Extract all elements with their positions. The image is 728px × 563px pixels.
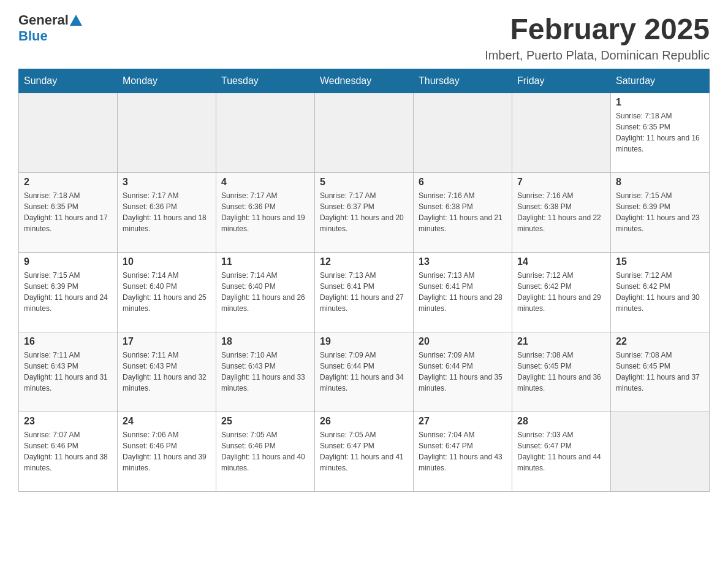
day-number: 10: [123, 256, 211, 267]
calendar-cell: 10Sunrise: 7:14 AMSunset: 6:40 PMDayligh…: [118, 253, 216, 332]
calendar-cell: 5Sunrise: 7:17 AMSunset: 6:37 PMDaylight…: [315, 173, 414, 253]
day-info: Sunrise: 7:16 AMSunset: 6:38 PMDaylight:…: [517, 190, 605, 234]
col-tuesday: Tuesday: [216, 69, 315, 93]
day-info: Sunrise: 7:14 AMSunset: 6:40 PMDaylight:…: [221, 270, 309, 314]
day-info: Sunrise: 7:09 AMSunset: 6:44 PMDaylight:…: [419, 350, 507, 394]
calendar-cell: 18Sunrise: 7:10 AMSunset: 6:43 PMDayligh…: [216, 332, 315, 412]
calendar-cell: 26Sunrise: 7:05 AMSunset: 6:47 PMDayligh…: [315, 412, 414, 492]
calendar-cell: [414, 93, 512, 173]
calendar-week-row: 9Sunrise: 7:15 AMSunset: 6:39 PMDaylight…: [19, 253, 710, 332]
day-number: 3: [123, 177, 211, 188]
day-number: 15: [616, 256, 704, 267]
col-thursday: Thursday: [414, 69, 512, 93]
day-info: Sunrise: 7:15 AMSunset: 6:39 PMDaylight:…: [24, 270, 112, 314]
calendar-cell: 1Sunrise: 7:18 AMSunset: 6:35 PMDaylight…: [611, 93, 710, 173]
calendar-cell: 2Sunrise: 7:18 AMSunset: 6:35 PMDaylight…: [19, 173, 118, 253]
day-number: 20: [419, 336, 507, 347]
month-title: February 2025: [485, 12, 710, 46]
calendar-cell: 8Sunrise: 7:15 AMSunset: 6:39 PMDaylight…: [611, 173, 710, 253]
location-title: Imbert, Puerto Plata, Dominican Republic: [485, 48, 710, 63]
logo-general-text: General: [18, 12, 69, 28]
day-number: 28: [517, 416, 605, 427]
calendar-cell: [611, 412, 710, 492]
day-number: 9: [24, 256, 112, 267]
day-info: Sunrise: 7:08 AMSunset: 6:45 PMDaylight:…: [616, 350, 704, 394]
day-info: Sunrise: 7:12 AMSunset: 6:42 PMDaylight:…: [517, 270, 605, 314]
calendar-cell: 20Sunrise: 7:09 AMSunset: 6:44 PMDayligh…: [414, 332, 512, 412]
calendar-week-row: 16Sunrise: 7:11 AMSunset: 6:43 PMDayligh…: [19, 332, 710, 412]
day-info: Sunrise: 7:13 AMSunset: 6:41 PMDaylight:…: [419, 270, 507, 314]
day-number: 1: [616, 97, 704, 108]
day-info: Sunrise: 7:14 AMSunset: 6:40 PMDaylight:…: [123, 270, 211, 314]
calendar-cell: 16Sunrise: 7:11 AMSunset: 6:43 PMDayligh…: [19, 332, 118, 412]
day-info: Sunrise: 7:17 AMSunset: 6:36 PMDaylight:…: [221, 190, 309, 234]
day-number: 13: [419, 256, 507, 267]
page-header: General Blue February 2025 Imbert, Puert…: [18, 12, 710, 63]
calendar-cell: 15Sunrise: 7:12 AMSunset: 6:42 PMDayligh…: [611, 253, 710, 332]
calendar-cell: 9Sunrise: 7:15 AMSunset: 6:39 PMDaylight…: [19, 253, 118, 332]
day-number: 19: [320, 336, 408, 347]
day-info: Sunrise: 7:17 AMSunset: 6:37 PMDaylight:…: [320, 190, 408, 234]
calendar-cell: 19Sunrise: 7:09 AMSunset: 6:44 PMDayligh…: [315, 332, 414, 412]
day-number: 18: [221, 336, 309, 347]
day-number: 2: [24, 177, 112, 188]
day-number: 12: [320, 256, 408, 267]
day-number: 8: [616, 177, 704, 188]
col-wednesday: Wednesday: [315, 69, 414, 93]
day-info: Sunrise: 7:11 AMSunset: 6:43 PMDaylight:…: [24, 350, 112, 394]
day-info: Sunrise: 7:16 AMSunset: 6:38 PMDaylight:…: [419, 190, 507, 234]
day-info: Sunrise: 7:18 AMSunset: 6:35 PMDaylight:…: [24, 190, 112, 234]
day-number: 23: [24, 416, 112, 427]
day-number: 22: [616, 336, 704, 347]
calendar-week-row: 23Sunrise: 7:07 AMSunset: 6:46 PMDayligh…: [19, 412, 710, 492]
day-info: Sunrise: 7:17 AMSunset: 6:36 PMDaylight:…: [123, 190, 211, 234]
day-number: 11: [221, 256, 309, 267]
calendar-cell: 17Sunrise: 7:11 AMSunset: 6:43 PMDayligh…: [118, 332, 216, 412]
calendar-week-row: 2Sunrise: 7:18 AMSunset: 6:35 PMDaylight…: [19, 173, 710, 253]
calendar-cell: 25Sunrise: 7:05 AMSunset: 6:46 PMDayligh…: [216, 412, 315, 492]
logo-triangle-icon: [70, 15, 82, 26]
day-number: 17: [123, 336, 211, 347]
day-number: 14: [517, 256, 605, 267]
calendar-cell: [216, 93, 315, 173]
day-number: 4: [221, 177, 309, 188]
calendar-cell: 14Sunrise: 7:12 AMSunset: 6:42 PMDayligh…: [512, 253, 611, 332]
day-number: 16: [24, 336, 112, 347]
day-info: Sunrise: 7:07 AMSunset: 6:46 PMDaylight:…: [24, 429, 112, 473]
col-monday: Monday: [118, 69, 216, 93]
col-saturday: Saturday: [611, 69, 710, 93]
calendar-week-row: 1Sunrise: 7:18 AMSunset: 6:35 PMDaylight…: [19, 93, 710, 173]
day-info: Sunrise: 7:08 AMSunset: 6:45 PMDaylight:…: [517, 350, 605, 394]
day-info: Sunrise: 7:15 AMSunset: 6:39 PMDaylight:…: [616, 190, 704, 234]
day-number: 6: [419, 177, 507, 188]
day-info: Sunrise: 7:05 AMSunset: 6:46 PMDaylight:…: [221, 429, 309, 473]
day-number: 7: [517, 177, 605, 188]
day-info: Sunrise: 7:03 AMSunset: 6:47 PMDaylight:…: [517, 429, 605, 473]
calendar-cell: 21Sunrise: 7:08 AMSunset: 6:45 PMDayligh…: [512, 332, 611, 412]
col-friday: Friday: [512, 69, 611, 93]
day-info: Sunrise: 7:10 AMSunset: 6:43 PMDaylight:…: [221, 350, 309, 394]
day-info: Sunrise: 7:13 AMSunset: 6:41 PMDaylight:…: [320, 270, 408, 314]
logo-blue-text: Blue: [18, 28, 48, 44]
calendar-cell: 23Sunrise: 7:07 AMSunset: 6:46 PMDayligh…: [19, 412, 118, 492]
day-info: Sunrise: 7:09 AMSunset: 6:44 PMDaylight:…: [320, 350, 408, 394]
calendar-cell: 27Sunrise: 7:04 AMSunset: 6:47 PMDayligh…: [414, 412, 512, 492]
day-info: Sunrise: 7:18 AMSunset: 6:35 PMDaylight:…: [616, 110, 704, 155]
logo: General Blue: [18, 12, 83, 44]
calendar-table: Sunday Monday Tuesday Wednesday Thursday…: [18, 69, 710, 492]
day-info: Sunrise: 7:05 AMSunset: 6:47 PMDaylight:…: [320, 429, 408, 473]
calendar-cell: 22Sunrise: 7:08 AMSunset: 6:45 PMDayligh…: [611, 332, 710, 412]
calendar-cell: 24Sunrise: 7:06 AMSunset: 6:46 PMDayligh…: [118, 412, 216, 492]
calendar-cell: [512, 93, 611, 173]
day-number: 24: [123, 416, 211, 427]
day-info: Sunrise: 7:11 AMSunset: 6:43 PMDaylight:…: [123, 350, 211, 394]
calendar-cell: 13Sunrise: 7:13 AMSunset: 6:41 PMDayligh…: [414, 253, 512, 332]
day-number: 21: [517, 336, 605, 347]
calendar-cell: [19, 93, 118, 173]
calendar-cell: 6Sunrise: 7:16 AMSunset: 6:38 PMDaylight…: [414, 173, 512, 253]
day-number: 26: [320, 416, 408, 427]
calendar-cell: 12Sunrise: 7:13 AMSunset: 6:41 PMDayligh…: [315, 253, 414, 332]
calendar-cell: 3Sunrise: 7:17 AMSunset: 6:36 PMDaylight…: [118, 173, 216, 253]
day-number: 25: [221, 416, 309, 427]
calendar-cell: 11Sunrise: 7:14 AMSunset: 6:40 PMDayligh…: [216, 253, 315, 332]
